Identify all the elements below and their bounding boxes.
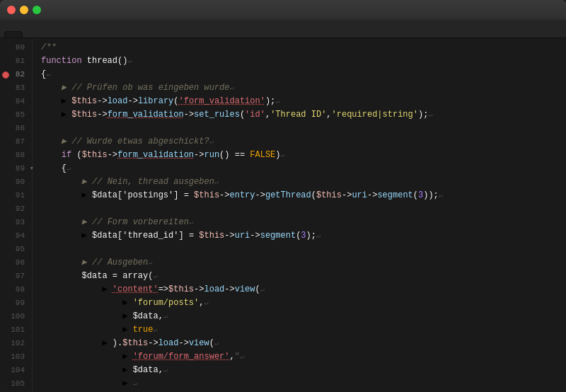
line-number: 97	[0, 270, 32, 283]
line-number: 93	[0, 216, 32, 229]
line-number: 92	[0, 202, 32, 216]
code-line: ▶ // Prüfen ob was eingeben wurde↵	[41, 81, 566, 95]
line-number: 84	[0, 95, 32, 108]
code-line: {↵	[41, 162, 566, 175]
close-button[interactable]	[7, 6, 16, 14]
gutter: 8081828384858687888990919293949596979899…	[0, 38, 33, 392]
line-number: 91	[0, 189, 32, 202]
code-line: /**	[41, 41, 566, 54]
line-number: 86	[0, 122, 32, 135]
line-number: 87	[0, 135, 32, 149]
code-line: {↵	[41, 68, 566, 81]
tab-forum-php[interactable]	[4, 31, 23, 38]
code-line: ▶ 'forum/posts',↵	[41, 296, 566, 310]
code-line: ▶ // Form vorbereiten↵	[41, 216, 566, 229]
line-number: 103	[0, 350, 32, 364]
code-line: ▶ ).$this->load->view(↵	[41, 337, 566, 350]
code-line: ▶ $this->load->library('form_validation'…	[41, 95, 566, 108]
line-number: 85	[0, 108, 32, 122]
code-line: ▶ ↵	[41, 377, 566, 391]
line-number: 94	[0, 229, 32, 243]
line-number: 95	[0, 243, 32, 256]
code-line	[41, 243, 566, 256]
line-number: 80	[0, 41, 32, 54]
line-number: 104	[0, 364, 32, 377]
minimize-button[interactable]	[20, 6, 28, 14]
tabbar	[0, 20, 566, 38]
code-line: ▶ $data,↵	[41, 364, 566, 377]
code-line: ▶ $data['postings'] = $this->entry->getT…	[41, 189, 566, 202]
line-number: 82	[0, 68, 32, 81]
line-number: 81	[0, 54, 32, 68]
code-area[interactable]: /**function thread()↵{↵ ▶ // Prüfen ob w…	[33, 38, 566, 392]
maximize-button[interactable]	[33, 6, 41, 14]
window: 8081828384858687888990919293949596979899…	[0, 0, 566, 392]
line-number: 83	[0, 81, 32, 95]
code-line	[41, 202, 566, 216]
code-line: ▶ true↵	[41, 323, 566, 337]
editor: 8081828384858687888990919293949596979899…	[0, 38, 566, 392]
code-line: ▶ $data,↵	[41, 310, 566, 323]
code-line: ▶ 'forum/form_answer',"↵	[41, 350, 566, 364]
code-line: ▶ // Nein, thread ausgeben↵	[41, 175, 566, 189]
line-number: 105	[0, 377, 32, 391]
line-number: 88	[0, 149, 32, 162]
line-number: 100	[0, 310, 32, 323]
line-number: 89	[0, 162, 32, 175]
line-number: 99	[0, 296, 32, 310]
code-line: if ($this->form_validation->run() == FAL…	[41, 149, 566, 162]
code-line: function thread()↵	[41, 54, 566, 68]
code-line: $data = array(↵	[41, 270, 566, 283]
line-number: 90	[0, 175, 32, 189]
code-line: ▶ // Ausgeben↵	[41, 256, 566, 270]
titlebar	[0, 0, 566, 20]
code-line	[41, 122, 566, 135]
code-line: ▶ $data['thread_id'] = $this->uri->segme…	[41, 229, 566, 243]
line-number: 96	[0, 256, 32, 270]
line-number: 101	[0, 323, 32, 337]
code-line: ▶ $this->form_validation->set_rules('id'…	[41, 108, 566, 122]
code-line: ▶ // Wurde etwas abgeschickt?↵	[41, 135, 566, 149]
line-numbers: 8081828384858687888990919293949596979899…	[0, 41, 32, 391]
traffic-lights	[7, 6, 41, 14]
line-number: 102	[0, 337, 32, 350]
line-number: 98	[0, 283, 32, 296]
code-line: ▶ 'content'=>$this->load->view(↵	[41, 283, 566, 296]
